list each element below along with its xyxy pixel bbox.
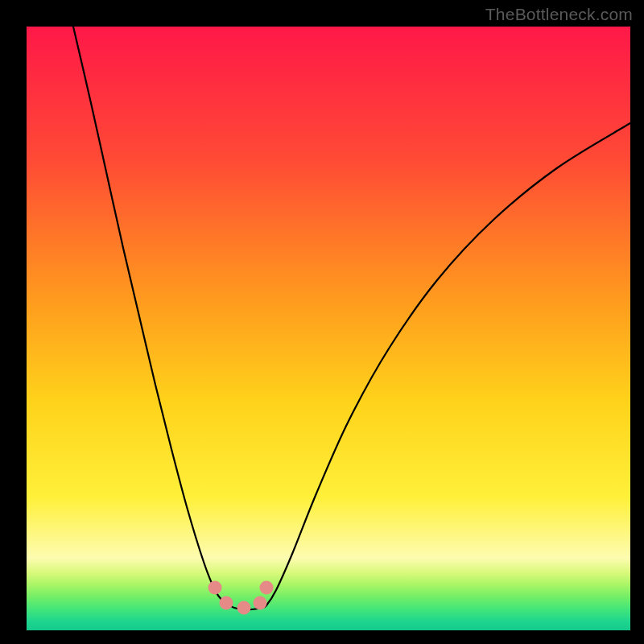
chart-svg [27,27,630,630]
trough-marker [237,601,251,615]
attribution-text: TheBottleneck.com [485,5,633,24]
trough-marker [220,597,233,610]
trough-marker [208,581,222,595]
trough-marker [254,597,267,610]
gradient-background [27,27,630,630]
chart-area [27,27,630,630]
trough-marker [260,581,274,595]
